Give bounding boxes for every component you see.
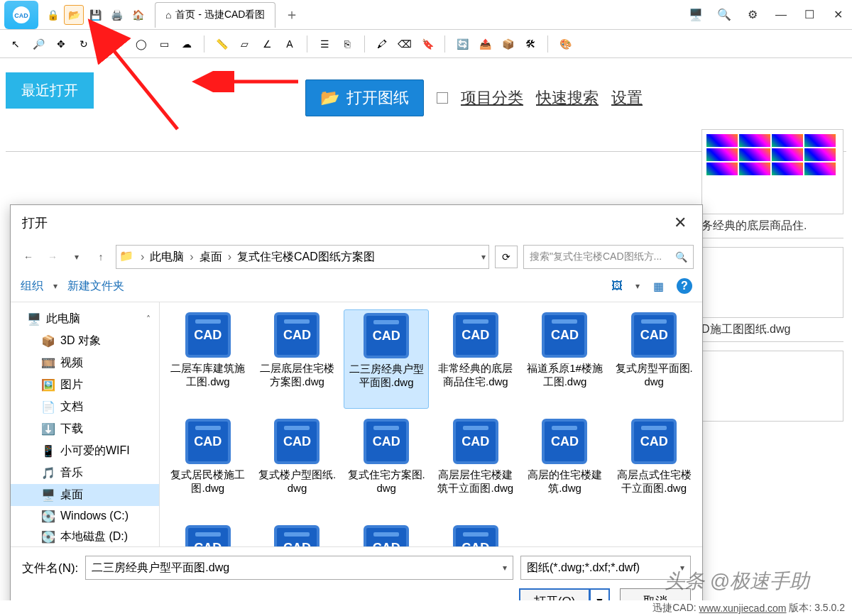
home-icon[interactable]: 🏠 bbox=[128, 5, 148, 25]
angle-icon[interactable]: ∠ bbox=[257, 34, 277, 54]
file-item[interactable]: CAD二层底层住宅楼方案图.dwg bbox=[255, 309, 340, 409]
monitor-icon[interactable]: 🖥️ bbox=[686, 5, 706, 25]
file-item[interactable]: CAD复式住宅方案图.dwg bbox=[344, 416, 429, 515]
tree-item-本地磁盘 (D:)[interactable]: 💽本地磁盘 (D:) bbox=[11, 526, 159, 546]
file-item[interactable]: CAD二层车库建筑施工图.dwg bbox=[165, 309, 251, 409]
file-item[interactable]: CAD高层点式住宅楼干立面图.dwg bbox=[611, 416, 697, 515]
palette-icon[interactable]: 🎨 bbox=[555, 34, 575, 54]
recent-open-button[interactable]: 最近打开 bbox=[6, 72, 94, 109]
new-folder-button[interactable]: 新建文件夹 bbox=[67, 279, 124, 294]
tree-item-小可爱的WIFI[interactable]: 📱小可爱的WIFI bbox=[11, 440, 159, 462]
file-item[interactable]: CAD福道系原1#楼施工图.dwg bbox=[523, 309, 608, 409]
print-icon[interactable]: 🖨️ bbox=[106, 5, 126, 25]
open-drawing-button[interactable]: 📂 打开图纸 bbox=[305, 79, 424, 116]
copy-icon[interactable]: ⎘ bbox=[337, 34, 357, 54]
quick-search-link[interactable]: 快速搜索 bbox=[536, 87, 599, 109]
preview-pane-icon[interactable]: ▦ bbox=[650, 277, 667, 295]
file-item[interactable]: CAD高层户型施工图.dwg bbox=[255, 522, 340, 546]
crumb-1[interactable]: 桌面 bbox=[200, 250, 222, 265]
measure-icon[interactable]: 📏 bbox=[212, 34, 231, 54]
gear-icon[interactable]: ⚙ bbox=[743, 5, 763, 25]
file-filter-select[interactable]: 图纸(*.dwg;*.dxf;*.dwf) ▾ bbox=[520, 556, 691, 580]
save-icon[interactable]: 💾 bbox=[85, 5, 105, 25]
help-icon[interactable]: ? bbox=[677, 278, 692, 294]
pan-icon[interactable]: ✥ bbox=[51, 34, 71, 54]
tree-item-文档[interactable]: 📄文档 bbox=[11, 396, 159, 418]
file-item[interactable]: CAD二三房经典户型平面图.dwg bbox=[344, 309, 429, 409]
file-item[interactable]: CAD bbox=[344, 522, 429, 546]
crumb-0[interactable]: 此电脑 bbox=[150, 250, 184, 265]
open-folder-icon[interactable]: 📂 bbox=[64, 5, 84, 25]
breadcrumb[interactable]: 📁 › 此电脑 › 桌面 › 复式住宅楼CAD图纸方案图 ▾ bbox=[116, 245, 489, 269]
nav-forward-icon[interactable]: → bbox=[43, 248, 62, 266]
crumb-2[interactable]: 复式住宅楼CAD图纸方案图 bbox=[237, 250, 375, 265]
rect-icon[interactable]: ▭ bbox=[154, 34, 174, 54]
desktop-icon: 🖥️ bbox=[42, 489, 55, 502]
file-item[interactable]: CAD高层户型平面方案图.dwg bbox=[165, 522, 251, 546]
export-icon[interactable]: 📤 bbox=[475, 34, 495, 54]
swap-icon[interactable]: 🔄 bbox=[452, 34, 472, 54]
cloud-icon[interactable]: ☁ bbox=[177, 34, 197, 54]
cad-file-icon: CAD bbox=[364, 525, 409, 546]
tree-this-pc[interactable]: 🖥️ 此电脑 ˄ bbox=[11, 308, 159, 330]
app-logo: CAD bbox=[4, 1, 38, 29]
cursor-icon[interactable]: ↖ bbox=[6, 34, 26, 54]
preview-slot-1[interactable] bbox=[701, 247, 843, 318]
zoom-icon[interactable]: 🔍 bbox=[714, 5, 734, 25]
eraser-icon[interactable]: ⌫ bbox=[395, 34, 415, 54]
nav-recent-icon[interactable]: ▾ bbox=[67, 248, 86, 266]
file-item[interactable]: CAD高层的住宅楼建筑.dwg bbox=[523, 416, 608, 515]
tab-add-button[interactable]: ＋ bbox=[281, 4, 302, 26]
file-name: 复式楼户型图纸.dwg bbox=[258, 468, 337, 495]
view-mode-icon[interactable]: 🖼 bbox=[608, 277, 626, 295]
maximize-icon[interactable]: ☐ bbox=[799, 5, 819, 25]
settings-link[interactable]: 设置 bbox=[611, 87, 643, 109]
lock-icon[interactable]: 🔒 bbox=[43, 5, 62, 25]
tree-item-音乐[interactable]: 🎵音乐 bbox=[11, 462, 159, 484]
tree-item-视频[interactable]: 🎞️视频 bbox=[11, 352, 159, 374]
rotate-icon[interactable]: ↻ bbox=[74, 34, 94, 54]
file-item[interactable]: CAD高层层住宅楼建筑干立面图.dwg bbox=[433, 416, 518, 515]
circle-icon[interactable]: ◯ bbox=[131, 34, 151, 54]
tab-home[interactable]: ⌂ 首页 - 迅捷CAD看图 bbox=[155, 2, 275, 28]
nav-up-icon[interactable]: ↑ bbox=[92, 248, 110, 266]
layers-icon[interactable]: ☰ bbox=[315, 34, 334, 54]
tree-item-图片[interactable]: 🖼️图片 bbox=[11, 374, 159, 396]
file-item[interactable]: CAD复式房型平面图.dwg bbox=[611, 309, 697, 409]
box-icon[interactable]: 📦 bbox=[498, 34, 518, 54]
organize-button[interactable]: 组织 bbox=[21, 279, 43, 294]
file-item[interactable]: CAD非常经典的底层商品住宅.dwg bbox=[433, 309, 518, 409]
preview-thumbnail[interactable] bbox=[701, 129, 843, 214]
file-name: 复式房型平面图.dwg bbox=[614, 362, 694, 389]
area-icon[interactable]: ▱ bbox=[234, 34, 254, 54]
chevron-down-icon[interactable]: ▾ bbox=[481, 252, 486, 262]
zoom-window-icon[interactable]: 🔎 bbox=[28, 34, 48, 54]
tree-item-下载[interactable]: ⬇️下载 bbox=[11, 418, 159, 440]
dialog-close-button[interactable]: ✕ bbox=[670, 214, 691, 232]
filter-value: 图纸(*.dwg;*.dxf;*.dwf) bbox=[527, 561, 640, 576]
file-name: 二三房经典户型平面图.dwg bbox=[347, 363, 425, 390]
nav-back-icon[interactable]: ← bbox=[19, 248, 38, 266]
tree-item-Windows (C:)[interactable]: 💽Windows (C:) bbox=[11, 506, 159, 526]
filename-input[interactable]: 二三房经典户型平面图.dwg ▾ bbox=[85, 556, 513, 580]
stamp-icon[interactable]: 🔖 bbox=[417, 34, 437, 54]
file-name: 非常经典的底层商品住宅.dwg bbox=[436, 362, 515, 389]
file-item[interactable]: CAD复式楼户型图纸.dwg bbox=[255, 416, 340, 515]
line-icon[interactable]: ╱ bbox=[109, 34, 129, 54]
chevron-down-icon[interactable]: ▾ bbox=[53, 281, 58, 291]
file-item[interactable]: CAD复式居民楼施工图.dwg bbox=[165, 416, 251, 515]
category-checkbox[interactable] bbox=[437, 92, 448, 104]
minimize-icon[interactable]: — bbox=[771, 5, 791, 25]
search-input[interactable]: 搜索"复式住宅楼CAD图纸方... 🔍 bbox=[523, 245, 694, 269]
close-icon[interactable]: ✕ bbox=[828, 5, 848, 25]
text-icon[interactable]: A bbox=[280, 34, 300, 54]
highlight-icon[interactable]: 🖍 bbox=[372, 34, 392, 54]
file-item[interactable]: CAD bbox=[433, 522, 518, 546]
preview-slot-2[interactable] bbox=[701, 351, 843, 422]
chevron-down-icon[interactable]: ▾ bbox=[503, 563, 507, 573]
refresh-button[interactable]: ⟳ bbox=[495, 246, 518, 268]
tree-item-3D 对象[interactable]: 📦3D 对象 bbox=[11, 330, 159, 352]
tree-item-桌面[interactable]: 🖥️桌面 bbox=[11, 484, 159, 506]
tool-icon[interactable]: 🛠 bbox=[520, 34, 540, 54]
category-link[interactable]: 项目分类 bbox=[461, 87, 523, 109]
